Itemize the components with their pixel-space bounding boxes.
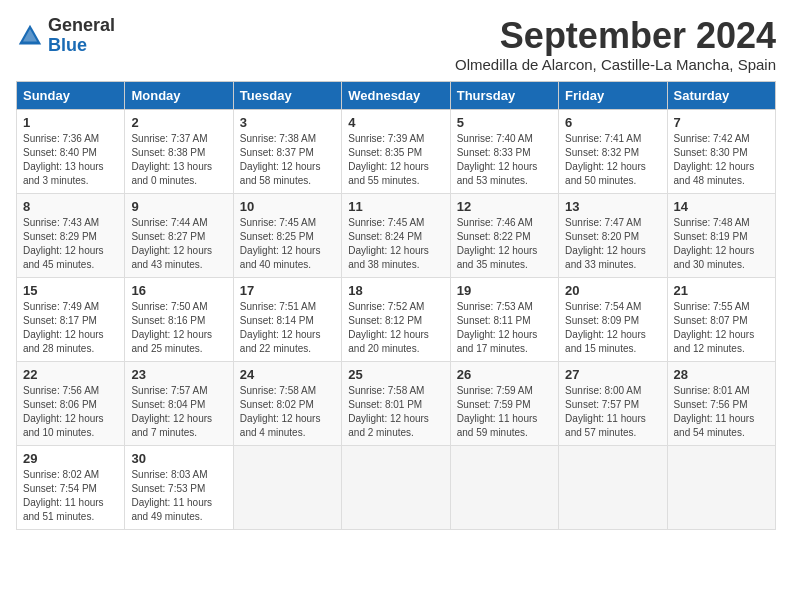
calendar-header-tuesday: Tuesday [233,81,341,109]
day-info: Sunrise: 7:42 AM Sunset: 8:30 PM Dayligh… [674,132,769,188]
calendar-week-3: 15Sunrise: 7:49 AM Sunset: 8:17 PM Dayli… [17,277,776,361]
day-number: 5 [457,115,552,130]
day-number: 20 [565,283,660,298]
calendar-cell [559,445,667,529]
day-number: 21 [674,283,769,298]
day-info: Sunrise: 7:53 AM Sunset: 8:11 PM Dayligh… [457,300,552,356]
day-info: Sunrise: 7:44 AM Sunset: 8:27 PM Dayligh… [131,216,226,272]
day-info: Sunrise: 7:56 AM Sunset: 8:06 PM Dayligh… [23,384,118,440]
logo-general: General [48,15,115,35]
calendar: SundayMondayTuesdayWednesdayThursdayFrid… [16,81,776,530]
day-number: 4 [348,115,443,130]
location: Olmedilla de Alarcon, Castille-La Mancha… [455,56,776,73]
day-info: Sunrise: 7:59 AM Sunset: 7:59 PM Dayligh… [457,384,552,440]
day-number: 23 [131,367,226,382]
day-number: 26 [457,367,552,382]
day-number: 25 [348,367,443,382]
logo: General Blue [16,16,115,56]
day-info: Sunrise: 7:58 AM Sunset: 8:02 PM Dayligh… [240,384,335,440]
calendar-cell: 19Sunrise: 7:53 AM Sunset: 8:11 PM Dayli… [450,277,558,361]
day-number: 22 [23,367,118,382]
calendar-cell: 9Sunrise: 7:44 AM Sunset: 8:27 PM Daylig… [125,193,233,277]
month-title: September 2024 [455,16,776,56]
calendar-cell: 28Sunrise: 8:01 AM Sunset: 7:56 PM Dayli… [667,361,775,445]
day-number: 15 [23,283,118,298]
calendar-cell: 30Sunrise: 8:03 AM Sunset: 7:53 PM Dayli… [125,445,233,529]
day-info: Sunrise: 7:39 AM Sunset: 8:35 PM Dayligh… [348,132,443,188]
day-info: Sunrise: 7:49 AM Sunset: 8:17 PM Dayligh… [23,300,118,356]
calendar-header-thursday: Thursday [450,81,558,109]
day-number: 29 [23,451,118,466]
day-number: 1 [23,115,118,130]
day-number: 14 [674,199,769,214]
day-number: 19 [457,283,552,298]
day-info: Sunrise: 7:41 AM Sunset: 8:32 PM Dayligh… [565,132,660,188]
day-info: Sunrise: 7:40 AM Sunset: 8:33 PM Dayligh… [457,132,552,188]
day-info: Sunrise: 8:03 AM Sunset: 7:53 PM Dayligh… [131,468,226,524]
day-number: 13 [565,199,660,214]
day-info: Sunrise: 7:43 AM Sunset: 8:29 PM Dayligh… [23,216,118,272]
calendar-cell: 16Sunrise: 7:50 AM Sunset: 8:16 PM Dayli… [125,277,233,361]
calendar-cell: 1Sunrise: 7:36 AM Sunset: 8:40 PM Daylig… [17,109,125,193]
calendar-cell: 11Sunrise: 7:45 AM Sunset: 8:24 PM Dayli… [342,193,450,277]
day-number: 17 [240,283,335,298]
calendar-cell: 3Sunrise: 7:38 AM Sunset: 8:37 PM Daylig… [233,109,341,193]
logo-icon [16,22,44,50]
calendar-cell: 29Sunrise: 8:02 AM Sunset: 7:54 PM Dayli… [17,445,125,529]
calendar-cell: 24Sunrise: 7:58 AM Sunset: 8:02 PM Dayli… [233,361,341,445]
calendar-week-5: 29Sunrise: 8:02 AM Sunset: 7:54 PM Dayli… [17,445,776,529]
day-number: 3 [240,115,335,130]
calendar-cell: 4Sunrise: 7:39 AM Sunset: 8:35 PM Daylig… [342,109,450,193]
calendar-header-friday: Friday [559,81,667,109]
logo-blue: Blue [48,35,87,55]
calendar-cell: 27Sunrise: 8:00 AM Sunset: 7:57 PM Dayli… [559,361,667,445]
calendar-cell [342,445,450,529]
calendar-cell: 12Sunrise: 7:46 AM Sunset: 8:22 PM Dayli… [450,193,558,277]
day-number: 2 [131,115,226,130]
day-info: Sunrise: 7:36 AM Sunset: 8:40 PM Dayligh… [23,132,118,188]
calendar-header-sunday: Sunday [17,81,125,109]
day-info: Sunrise: 7:54 AM Sunset: 8:09 PM Dayligh… [565,300,660,356]
calendar-header-saturday: Saturday [667,81,775,109]
day-info: Sunrise: 7:37 AM Sunset: 8:38 PM Dayligh… [131,132,226,188]
day-number: 7 [674,115,769,130]
day-info: Sunrise: 7:58 AM Sunset: 8:01 PM Dayligh… [348,384,443,440]
calendar-header-row: SundayMondayTuesdayWednesdayThursdayFrid… [17,81,776,109]
day-info: Sunrise: 8:01 AM Sunset: 7:56 PM Dayligh… [674,384,769,440]
day-info: Sunrise: 7:45 AM Sunset: 8:24 PM Dayligh… [348,216,443,272]
day-number: 11 [348,199,443,214]
calendar-cell: 21Sunrise: 7:55 AM Sunset: 8:07 PM Dayli… [667,277,775,361]
day-number: 10 [240,199,335,214]
title-block: September 2024 Olmedilla de Alarcon, Cas… [455,16,776,73]
day-info: Sunrise: 7:51 AM Sunset: 8:14 PM Dayligh… [240,300,335,356]
calendar-cell [450,445,558,529]
calendar-cell: 2Sunrise: 7:37 AM Sunset: 8:38 PM Daylig… [125,109,233,193]
day-info: Sunrise: 7:38 AM Sunset: 8:37 PM Dayligh… [240,132,335,188]
day-info: Sunrise: 7:55 AM Sunset: 8:07 PM Dayligh… [674,300,769,356]
day-info: Sunrise: 7:46 AM Sunset: 8:22 PM Dayligh… [457,216,552,272]
calendar-cell: 22Sunrise: 7:56 AM Sunset: 8:06 PM Dayli… [17,361,125,445]
day-number: 18 [348,283,443,298]
calendar-cell: 10Sunrise: 7:45 AM Sunset: 8:25 PM Dayli… [233,193,341,277]
day-info: Sunrise: 7:50 AM Sunset: 8:16 PM Dayligh… [131,300,226,356]
calendar-cell: 14Sunrise: 7:48 AM Sunset: 8:19 PM Dayli… [667,193,775,277]
day-number: 27 [565,367,660,382]
day-info: Sunrise: 7:45 AM Sunset: 8:25 PM Dayligh… [240,216,335,272]
calendar-cell: 5Sunrise: 7:40 AM Sunset: 8:33 PM Daylig… [450,109,558,193]
calendar-cell: 13Sunrise: 7:47 AM Sunset: 8:20 PM Dayli… [559,193,667,277]
day-info: Sunrise: 7:47 AM Sunset: 8:20 PM Dayligh… [565,216,660,272]
calendar-cell: 7Sunrise: 7:42 AM Sunset: 8:30 PM Daylig… [667,109,775,193]
calendar-header-monday: Monday [125,81,233,109]
day-number: 28 [674,367,769,382]
calendar-cell [667,445,775,529]
calendar-cell: 25Sunrise: 7:58 AM Sunset: 8:01 PM Dayli… [342,361,450,445]
calendar-cell [233,445,341,529]
day-number: 24 [240,367,335,382]
day-number: 8 [23,199,118,214]
calendar-cell: 20Sunrise: 7:54 AM Sunset: 8:09 PM Dayli… [559,277,667,361]
calendar-cell: 8Sunrise: 7:43 AM Sunset: 8:29 PM Daylig… [17,193,125,277]
day-info: Sunrise: 8:02 AM Sunset: 7:54 PM Dayligh… [23,468,118,524]
day-number: 12 [457,199,552,214]
day-info: Sunrise: 8:00 AM Sunset: 7:57 PM Dayligh… [565,384,660,440]
calendar-header-wednesday: Wednesday [342,81,450,109]
